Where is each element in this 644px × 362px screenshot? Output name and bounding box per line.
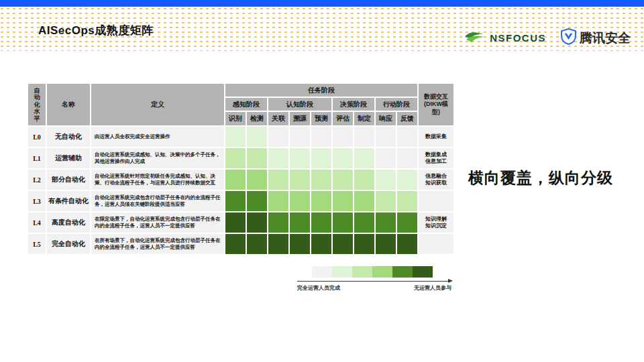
- row-data-interaction: [419, 234, 453, 254]
- matrix-cell: [397, 127, 417, 147]
- top-accent-bar: [0, 0, 644, 7]
- task-header: 制定: [354, 112, 374, 125]
- row-name: 完全自动化: [47, 234, 90, 254]
- col-header-automation-level: 自动化水平: [28, 84, 46, 125]
- tencent-security-logo: 腾讯安全: [561, 28, 631, 48]
- matrix-cell: [311, 170, 331, 190]
- matrix-cell: [376, 127, 396, 147]
- matrix-cell: [290, 170, 310, 190]
- col-header-task-phase: 任务阶段: [225, 84, 417, 97]
- matrix-cell: [354, 234, 374, 254]
- matrix-cell: [354, 127, 374, 147]
- matrix-cell: [290, 127, 310, 147]
- phase-header: 决策阶段: [333, 98, 374, 111]
- matrix-cell: [311, 191, 331, 211]
- matrix-cell: [225, 127, 246, 147]
- col-header-definition: 定义: [91, 84, 224, 125]
- matrix-cell: [354, 191, 374, 211]
- nsfocus-bird-icon: [464, 30, 486, 46]
- legend-arrow: [297, 281, 449, 282]
- legend-swatch: [312, 266, 332, 278]
- matrix-cell: [333, 170, 353, 190]
- row-data-interaction: [419, 191, 453, 211]
- page-title: AISecOps成熟度矩阵: [38, 23, 154, 38]
- task-header: 检测: [247, 112, 267, 125]
- row-definition: 自动化运营系统针对指定初级任务完成感知、认知、决策、行动全流程子任务，与运营人员…: [91, 170, 224, 190]
- row-name: 无自动化: [47, 127, 90, 147]
- row-name: 有条件自动化: [47, 191, 90, 211]
- matrix-cell: [225, 213, 246, 233]
- matrix-cell: [225, 148, 246, 168]
- annotation-text: 横向覆盖，纵向分级: [468, 168, 613, 188]
- task-header: 溯源: [290, 112, 310, 125]
- matrix-cell: [333, 213, 353, 233]
- task-header: 识别: [225, 112, 246, 125]
- matrix-cell: [354, 170, 374, 190]
- matrix-cell: [268, 191, 288, 211]
- col-header-name: 名称: [47, 84, 90, 125]
- matrix-cell: [290, 234, 310, 254]
- matrix-cell: [333, 191, 353, 211]
- matrix-cell: [268, 234, 288, 254]
- row-data-interaction: 信息融合 知识获取: [419, 170, 453, 190]
- row-definition: 自动化运营系统完成包含行动层子任务在内的全流程子任务，运营人员须在关键阶段提供适…: [91, 191, 224, 211]
- matrix-cell: [397, 191, 417, 211]
- row-level: L3: [28, 191, 46, 211]
- matrix-cell: [247, 191, 267, 211]
- col-header-data-interaction: 数据交互 (DIKW模型): [419, 84, 453, 125]
- phase-header: 认知阶段: [268, 98, 331, 111]
- row-data-interaction: 数据采集: [419, 127, 453, 147]
- row-definition: 在限定场景下，自动化运营系统完成包含行动层子任务在内的全流程子任务，运营人员不一…: [91, 213, 224, 233]
- matrix-cell: [397, 148, 417, 168]
- matrix-cell: [247, 148, 267, 168]
- phase-header: 行动阶段: [376, 98, 417, 111]
- legend-swatch: [372, 266, 392, 278]
- legend-left-label: 完全运营人员完成: [297, 284, 340, 292]
- matrix-cell: [376, 213, 396, 233]
- legend-swatch: [413, 266, 433, 278]
- tencent-logo-text: 腾讯安全: [580, 29, 631, 47]
- row-name: 部分自动化: [47, 170, 90, 190]
- matrix-cell: [268, 213, 288, 233]
- task-header: 评估: [333, 112, 353, 125]
- matrix-cell: [376, 234, 396, 254]
- row-data-interaction: 知识理解 知识沉淀: [419, 213, 453, 233]
- matrix-cell: [354, 148, 374, 168]
- task-header: 反馈: [397, 112, 417, 125]
- matrix-cell: [290, 213, 310, 233]
- phase-header: 感知阶段: [225, 98, 267, 111]
- task-header: 响应: [376, 112, 396, 125]
- tencent-shield-icon: [561, 28, 576, 48]
- matrix-cell: [225, 191, 246, 211]
- matrix-cell: [247, 213, 267, 233]
- legend-swatch: [352, 266, 372, 278]
- matrix-cell: [268, 170, 288, 190]
- matrix-cell: [376, 148, 396, 168]
- matrix-cell: [397, 170, 417, 190]
- row-definition: 由运营人员全权完成安全运营操作: [91, 127, 224, 147]
- row-definition: 在所有场景下，自动化运营系统完成包含行动层子任务在内的全流程子任务，运营人员不一…: [91, 234, 224, 254]
- matrix-cell: [225, 234, 246, 254]
- matrix-cell: [290, 191, 310, 211]
- matrix-cell: [268, 148, 288, 168]
- matrix-cell: [354, 213, 374, 233]
- logo-row: NSFOCUS 腾讯安全: [464, 28, 631, 48]
- row-level: L5: [28, 234, 46, 254]
- row-level: L4: [28, 213, 46, 233]
- matrix-cell: [247, 170, 267, 190]
- nsfocus-logo-text: NSFOCUS: [490, 32, 546, 44]
- legend-right-label: 无运营人员参与: [414, 284, 451, 292]
- legend-labels: 完全运营人员完成 无运营人员参与: [297, 284, 451, 292]
- matrix-cell: [290, 148, 310, 168]
- matrix-cell: [376, 170, 396, 190]
- task-header: 预测: [311, 112, 331, 125]
- row-level: L2: [28, 170, 46, 190]
- nsfocus-logo: NSFOCUS: [464, 30, 546, 46]
- row-definition: 自动化运营系统完成感知、认知、决策中的多个子任务，其他运营操作由人完成: [91, 148, 224, 168]
- row-level: L1: [28, 148, 46, 168]
- matrix-cell: [397, 234, 417, 254]
- row-name: 高度自动化: [47, 213, 90, 233]
- matrix-cell: [311, 234, 331, 254]
- matrix-cell: [311, 148, 331, 168]
- matrix-cell: [247, 234, 267, 254]
